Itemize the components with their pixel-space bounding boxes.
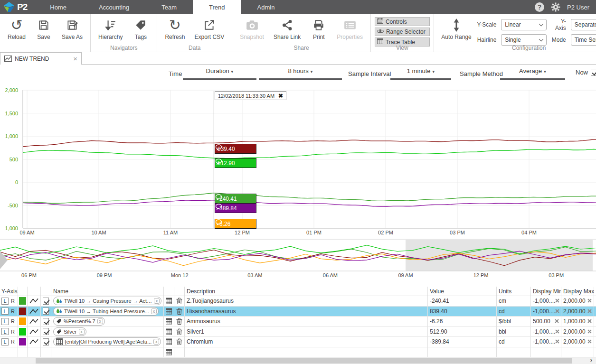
right-axis-button[interactable]: R [11,339,15,345]
tag-pill-close[interactable]: x [97,318,103,324]
duration-dropdown[interactable]: 8 hours ▾ [259,67,342,80]
auto-range-button[interactable]: Auto Range [438,16,475,42]
left-axis-button[interactable]: L [1,308,9,315]
calc-cell[interactable] [164,296,174,306]
value-callout[interactable]: -240.41 [215,194,256,204]
left-axis-button[interactable]: L [1,338,9,345]
tag-pill[interactable]: %Percent%.7x [53,317,105,326]
display-max-cell[interactable]: 2,000.00 [561,337,594,347]
hairline-select[interactable]: Single [501,34,547,46]
save-button[interactable]: Save [31,16,56,42]
tag-pill-close[interactable]: x [151,308,157,314]
header-y-axis[interactable]: Y-Axis [0,287,18,296]
horizontal-scrollbar[interactable]: › [0,357,596,364]
header-units[interactable]: Units [497,287,531,296]
header-display-max[interactable]: Display Max [561,287,594,296]
display-max-cell[interactable]: 1,000.00 [561,317,594,327]
tag-pill[interactable]: TWell 10 → Tubing Head Pressure...x [53,307,159,316]
display-min-cell[interactable]: -1,000.... [531,296,561,306]
value-callout[interactable]: 839.40 [215,144,256,154]
right-axis-button[interactable]: R [11,298,15,304]
now-checkbox[interactable] [591,69,596,76]
display-max-cell[interactable]: 2,000.00 [561,296,594,306]
calc-cell[interactable] [164,327,174,337]
delete-cell[interactable] [174,337,185,347]
right-axis-button[interactable]: R [11,308,15,314]
table-row[interactable]: LR%Percent%.7xAmmosaurus-6.26$/bbl500.00… [0,317,596,327]
clear-min-icon[interactable] [555,308,559,314]
display-min-cell[interactable]: 500.00 [531,317,561,327]
visibility-checkbox[interactable] [43,338,49,345]
save-as-button[interactable]: Save As [58,16,86,42]
delete-cell[interactable] [174,327,185,337]
display-min-cell[interactable]: -1,000.... [531,337,561,347]
calc-cell[interactable] [164,347,174,357]
p2-logo[interactable]: P2 [0,0,34,14]
reload-button[interactable]: ↺ Reload [4,16,29,42]
y-axis-select[interactable]: Separate [571,19,596,30]
tab-new-trend[interactable]: NEW TREND × [0,52,82,65]
series-color-swatch[interactable] [19,328,26,336]
right-axis-button[interactable]: R [11,329,15,335]
sample-interval-dropdown[interactable]: 1 minute ▾ [390,67,451,80]
display-min-cell[interactable]: -1,000.... [531,307,561,317]
hairline[interactable] [214,91,214,228]
clear-max-icon[interactable] [587,298,592,304]
clear-min-icon[interactable] [555,298,559,304]
header-description[interactable]: Description [185,287,428,296]
properties-button[interactable]: Properties [333,16,367,42]
left-axis-button[interactable]: L [1,328,9,335]
value-callout[interactable]: -389.84 [215,203,256,213]
table-row[interactable]: LRTWell 10 → Casing Pressure → ActualxZ.… [0,296,596,307]
tag-pill[interactable]: TWell 10 → Casing Pressure → Actualx [53,297,161,305]
table-row[interactable]: LR{entity[Oil Producing Well]:Age!Actu..… [0,337,596,347]
line-style-cell[interactable] [28,327,41,337]
calc-cell[interactable] [164,317,174,327]
line-style-cell[interactable] [28,317,41,327]
left-axis-button[interactable]: L [1,318,9,325]
tag-pill-close[interactable]: x [154,298,160,304]
tag-pill-close[interactable]: x [79,329,85,335]
visibility-checkbox[interactable] [43,308,49,315]
range-selector-toggle[interactable]: Range Selector [375,28,430,36]
tag-pill-close[interactable]: x [153,339,159,345]
line-style-cell[interactable] [28,296,41,306]
tag-pill[interactable]: Silverx [53,327,86,336]
export-csv-button[interactable]: Export CSV [190,16,228,42]
nav-item-accounting[interactable]: Accounting [83,0,145,14]
gear-icon[interactable] [551,2,560,12]
nav-item-team[interactable]: Team [145,0,193,14]
scroll-right-icon[interactable]: › [590,356,592,364]
hairline-close-icon[interactable]: ✖ [278,93,283,99]
delete-cell[interactable] [174,307,185,317]
right-axis-button[interactable]: R [11,318,15,324]
delete-cell[interactable] [174,317,185,327]
table-row[interactable]: LRSilverxSilver1512.90bbl-1,000....2,000… [0,327,596,337]
nav-item-trend[interactable]: Trend [193,0,241,14]
clear-min-icon[interactable] [555,318,559,324]
range-selector[interactable]: 06 PM09 PMMon 1203 AM06 AM09 AM12 PM03 P… [0,239,596,281]
visibility-checkbox[interactable] [43,328,49,335]
clear-max-icon[interactable] [587,308,592,314]
series-color-swatch[interactable] [19,297,26,305]
series-line-Hisanohamasaurus[interactable] [23,140,596,147]
hierarchy-button[interactable]: Hierarchy [95,16,126,42]
nav-item-admin[interactable]: Admin [241,0,291,14]
clear-max-icon[interactable] [587,318,592,324]
refresh-button[interactable]: ↻ Refresh [161,16,189,42]
line-style-cell[interactable] [28,337,41,347]
calc-cell[interactable] [164,307,174,317]
display-max-cell[interactable]: 2,000.00 [561,327,594,337]
display-max-cell[interactable]: 2,000.00 [561,307,594,317]
table-row[interactable]: LRTWell 10 → Tubing Head Pressure...xHis… [0,307,596,317]
clear-min-icon[interactable] [555,329,559,335]
header-display-min[interactable]: Display Min [531,287,561,296]
snapshot-button[interactable]: Snapshot [236,16,268,42]
series-color-swatch[interactable] [19,317,26,325]
tab-close-icon[interactable]: × [73,55,77,63]
clear-max-icon[interactable] [587,339,592,345]
scrollbar-thumb[interactable] [36,358,572,364]
delete-cell[interactable] [174,296,185,306]
series-color-swatch[interactable] [19,338,26,345]
visibility-checkbox[interactable] [43,318,49,325]
